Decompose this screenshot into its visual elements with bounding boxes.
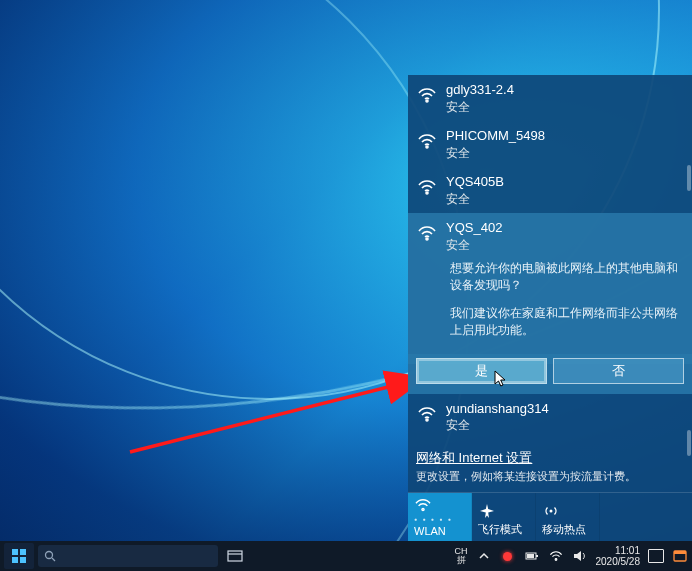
network-discovery-prompt: 想要允许你的电脑被此网络上的其他电脑和设备发现吗？ 我们建议你在家庭和工作网络而… <box>446 260 688 350</box>
wifi-network-item-selected[interactable]: YQS_402 安全 想要允许你的电脑被此网络上的其他电脑和设备发现吗？ 我们建… <box>408 213 692 364</box>
svg-point-6 <box>422 508 424 510</box>
wifi-security-label: 安全 <box>446 192 688 206</box>
wifi-network-item[interactable]: YQS405B 安全 <box>408 167 692 213</box>
taskbar: CH 拼 11:01 2020/5/28 <box>0 541 692 571</box>
network-settings-link[interactable]: 网络和 Internet 设置 <box>416 449 688 467</box>
quick-toggle-row: ● ● ● ● ● WLAN 飞行模式 移动热点 <box>408 492 692 541</box>
record-icon <box>503 552 512 561</box>
toggle-label: 飞行模式 <box>478 522 522 537</box>
chevron-up-icon <box>479 552 489 560</box>
wifi-icon <box>416 403 438 425</box>
svg-point-2 <box>426 146 428 148</box>
tray-volume-icon[interactable] <box>572 548 588 564</box>
toggle-wlan[interactable]: ● ● ● ● ● WLAN <box>408 493 472 541</box>
tray-chevron-up[interactable] <box>476 548 492 564</box>
app-icon <box>673 550 687 562</box>
wifi-security-label: 安全 <box>446 146 688 160</box>
network-flyout: gdly331-2.4 安全 PHICOMM_5498 安全 YQS405B 安… <box>408 75 692 541</box>
speaker-icon <box>573 550 587 562</box>
wifi-icon <box>416 84 438 106</box>
wifi-network-list: gdly331-2.4 安全 PHICOMM_5498 安全 YQS405B 安… <box>408 75 692 441</box>
taskbar-search[interactable] <box>38 545 218 567</box>
svg-point-15 <box>555 559 557 561</box>
svg-point-5 <box>426 419 428 421</box>
taskview-icon <box>227 550 243 562</box>
wifi-icon <box>416 222 438 244</box>
ime-indicator[interactable]: CH 拼 <box>455 547 468 565</box>
power-icon <box>525 551 539 561</box>
background-wave <box>0 0 470 571</box>
no-button[interactable]: 否 <box>553 358 684 384</box>
wifi-name: PHICOMM_5498 <box>446 128 688 144</box>
clock-date: 2020/5/28 <box>596 556 641 567</box>
wifi-name: YQS_402 <box>446 220 688 236</box>
notification-icon <box>648 549 664 563</box>
wifi-name: yundianshang314 <box>446 401 688 417</box>
action-center-button[interactable] <box>648 548 664 564</box>
prompt-line: 我们建议你在家庭和工作网络而非公共网络上启用此功能。 <box>450 305 688 340</box>
tray-app-icon[interactable] <box>672 548 688 564</box>
svg-point-8 <box>46 552 53 559</box>
tray-record-indicator[interactable] <box>500 548 516 564</box>
toggle-label: WLAN <box>414 525 446 537</box>
yes-button[interactable]: 是 <box>416 358 547 384</box>
taskview-button[interactable] <box>220 543 250 569</box>
svg-point-3 <box>426 192 428 194</box>
svg-rect-13 <box>536 555 538 557</box>
ime-mode: 拼 <box>457 556 466 565</box>
svg-point-7 <box>550 510 553 513</box>
toggle-label: 移动热点 <box>542 522 586 537</box>
wifi-icon <box>549 550 563 562</box>
wifi-icon <box>414 497 432 513</box>
scrollbar-thumb[interactable] <box>687 165 691 191</box>
network-settings-desc: 更改设置，例如将某连接设置为按流量计费。 <box>416 469 688 484</box>
start-button[interactable] <box>4 543 34 569</box>
wifi-security-label: 安全 <box>446 238 688 252</box>
clock-time: 11:01 <box>615 545 640 556</box>
svg-rect-14 <box>527 554 534 558</box>
tray-power-icon[interactable] <box>524 548 540 564</box>
airplane-icon <box>478 503 496 519</box>
svg-rect-10 <box>228 551 242 561</box>
svg-point-4 <box>426 238 428 240</box>
search-icon <box>44 550 56 562</box>
tray-wifi-icon[interactable] <box>548 548 564 564</box>
signal-strength-icon: ● ● ● ● ● <box>414 516 453 522</box>
svg-line-9 <box>52 558 55 561</box>
toggle-mobile-hotspot[interactable]: 移动热点 <box>536 493 600 541</box>
wifi-security-label: 安全 <box>446 418 688 432</box>
prompt-line: 想要允许你的电脑被此网络上的其他电脑和设备发现吗？ <box>450 260 688 295</box>
hotspot-icon <box>542 503 560 519</box>
svg-point-1 <box>426 100 428 102</box>
wifi-icon <box>416 176 438 198</box>
wifi-name: gdly331-2.4 <box>446 82 688 98</box>
taskbar-clock[interactable]: 11:01 2020/5/28 <box>596 545 641 567</box>
wifi-security-label: 安全 <box>446 100 688 114</box>
svg-rect-17 <box>674 551 686 554</box>
toggle-airplane-mode[interactable]: 飞行模式 <box>472 493 536 541</box>
wifi-icon <box>416 130 438 152</box>
wifi-name: YQS405B <box>446 174 688 190</box>
start-icon <box>12 549 26 563</box>
wifi-network-item[interactable]: PHICOMM_5498 安全 <box>408 121 692 167</box>
wifi-network-item[interactable]: gdly331-2.4 安全 <box>408 75 692 121</box>
network-settings-area: 网络和 Internet 设置 更改设置，例如将某连接设置为按流量计费。 <box>408 441 692 492</box>
wifi-network-item[interactable]: yundianshang314 安全 <box>408 394 692 440</box>
scrollbar-thumb[interactable] <box>687 430 691 456</box>
